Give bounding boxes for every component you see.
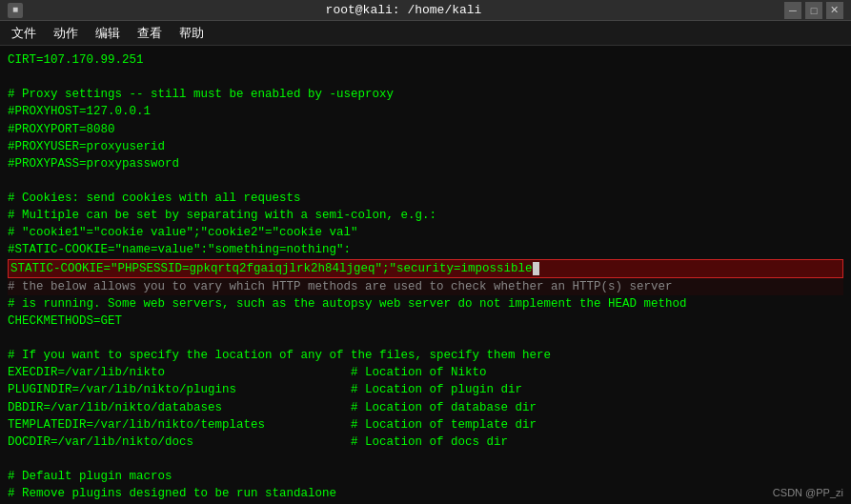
menu-help[interactable]: 帮助: [172, 23, 212, 44]
titlebar-title: root@kali: /home/kali: [326, 3, 482, 17]
menubar: 文件 动作 编辑 查看 帮助: [0, 21, 851, 46]
terminal-line: # Cookies: send cookies with all request…: [8, 190, 843, 207]
terminal-line: #PROXYUSER=proxyuserid: [8, 138, 843, 155]
menu-view[interactable]: 查看: [130, 23, 170, 44]
terminal-line: [8, 69, 843, 86]
terminal-line: EXECDIR=/var/lib/nikto # Location of Nik…: [8, 364, 843, 381]
terminal-line: # If you want to specify the location of…: [8, 347, 843, 364]
terminal-line: TEMPLATEDIR=/var/lib/nikto/templates # L…: [8, 416, 843, 433]
terminal-line: [8, 172, 843, 190]
terminal-line: CHECKMETHODS=GET: [8, 312, 843, 330]
terminal-line: # the below allows you to vary which HTT…: [8, 278, 843, 295]
terminal-content[interactable]: CIRT=107.170.99.251 # Proxy settings -- …: [0, 46, 851, 504]
minimize-button[interactable]: ─: [784, 2, 801, 19]
terminal-line: #PROXYPORT=8080: [8, 121, 843, 138]
terminal-cursor: [533, 262, 540, 275]
terminal-line: DOCDIR=/var/lib/nikto/docs # Location of…: [8, 433, 843, 451]
terminal-line: #PROXYPASS=proxypassword: [8, 155, 843, 172]
menu-action[interactable]: 动作: [46, 23, 86, 44]
terminal-line: [8, 330, 843, 347]
terminal-line: [8, 451, 843, 468]
terminal-line: # Remove plugins designed to be run stan…: [8, 485, 843, 502]
terminal-line: # "cookie1"="cookie value";"cookie2"="co…: [8, 224, 843, 241]
menu-edit[interactable]: 编辑: [88, 23, 128, 44]
terminal-line: PLUGINDIR=/var/lib/nikto/plugins # Locat…: [8, 381, 843, 398]
terminal-line: #STATIC-COOKIE="name=value":"something=n…: [8, 241, 843, 258]
terminal-line: # is running. Some web servers, such as …: [8, 295, 843, 312]
watermark: CSDN @PP_zi: [773, 487, 843, 498]
app-icon: ■: [8, 3, 23, 18]
terminal-line: # Default plugin macros: [8, 468, 843, 485]
terminal-line: CIRT=107.170.99.251: [8, 51, 843, 69]
close-button[interactable]: ✕: [826, 2, 843, 19]
terminal-line: DBDIR=/var/lib/nikto/databases # Locatio…: [8, 399, 843, 416]
terminal-line: # Multiple can be set by separating with…: [8, 207, 843, 224]
titlebar: ■ root@kali: /home/kali ─ □ ✕: [0, 0, 851, 21]
static-cookie-line: STATIC-COOKIE="PHPSESSID=gpkqrtq2fgaiqjl…: [8, 259, 843, 278]
maximize-button[interactable]: □: [805, 2, 822, 19]
terminal-line: #PROXYHOST=127.0.0.1: [8, 103, 843, 120]
window-controls: ─ □ ✕: [784, 2, 843, 19]
terminal-line: # Proxy settings -- still must be enable…: [8, 86, 843, 103]
menu-file[interactable]: 文件: [4, 23, 44, 44]
